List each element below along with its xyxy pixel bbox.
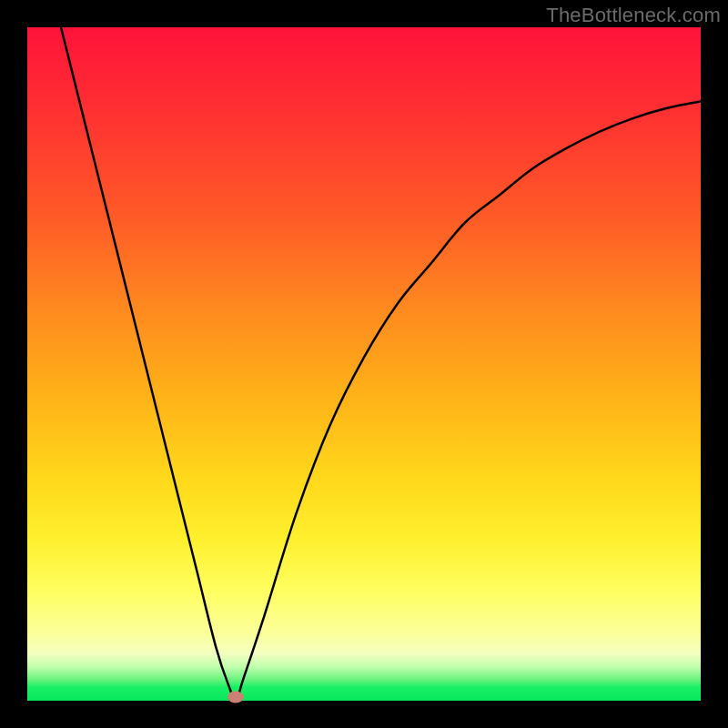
chart-frame: TheBottleneck.com xyxy=(0,0,728,728)
optimum-marker xyxy=(228,692,244,703)
bottleneck-curve xyxy=(27,27,701,701)
watermark-text: TheBottleneck.com xyxy=(546,4,721,27)
plot-area xyxy=(27,27,701,701)
